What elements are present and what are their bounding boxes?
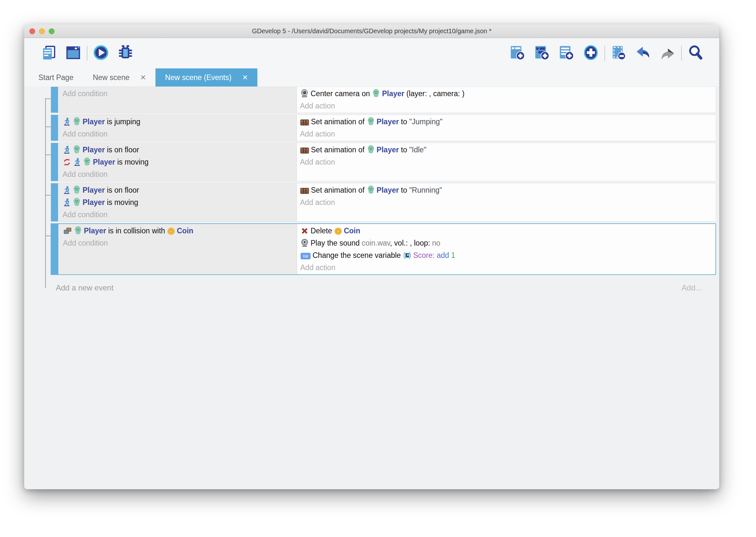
project-manager-button[interactable]	[40, 44, 58, 62]
add-event-icon	[509, 44, 526, 62]
condition-line[interactable]: Player is moving	[62, 156, 293, 168]
player-icon	[73, 197, 81, 207]
event-row[interactable]: Player is jumpingAdd conditionSet animat…	[51, 114, 716, 141]
search-button[interactable]	[686, 44, 704, 62]
add-new-event-button[interactable]: Add a new event	[56, 283, 114, 292]
redo-icon	[659, 44, 676, 62]
add-action-button[interactable]: Add action	[300, 100, 712, 112]
event-selection-bar	[51, 224, 58, 274]
condition-line-text: Player	[83, 198, 105, 207]
action-line[interactable]: Set animation of Player to "Idle"	[300, 144, 712, 156]
action-line-text: Set animation of	[311, 186, 367, 194]
event-actions[interactable]: Set animation of Player to "Running"Add …	[297, 183, 716, 222]
event-selection-bar	[51, 87, 58, 113]
tab-new-scene-events[interactable]: New scene (Events) ×	[155, 68, 257, 87]
action-line[interactable]: VarChange the scene variable Score: add …	[300, 249, 712, 262]
condition-line-text: is on floor	[105, 186, 139, 194]
action-line[interactable]: Set animation of Player to "Running"	[300, 184, 712, 196]
add-button[interactable]: Add...	[682, 283, 702, 292]
action-line-text: Play the sound	[311, 239, 362, 247]
tab-start-page[interactable]: Start Page	[29, 68, 83, 87]
debug-icon	[117, 44, 134, 62]
action-line-text: 1	[451, 251, 455, 260]
event-conditions[interactable]: Add condition	[58, 87, 297, 113]
add-action-button[interactable]: Add action	[300, 262, 712, 274]
search-icon	[687, 44, 704, 62]
platformer-icon	[63, 185, 71, 194]
event-row[interactable]: Player is in collision with oCoinAdd con…	[51, 223, 716, 275]
add-comment-button[interactable]	[557, 44, 575, 62]
coin-icon: o	[168, 227, 175, 235]
player-icon	[367, 185, 375, 194]
event-actions[interactable]: Set animation of Player to "Idle"Add act…	[297, 143, 716, 181]
action-line-text: Player	[382, 89, 404, 98]
action-line[interactable]: Delete oCoin	[300, 225, 712, 237]
debug-button[interactable]	[116, 44, 134, 62]
action-line-text: Player	[377, 186, 399, 194]
close-tab-icon[interactable]: ×	[140, 73, 145, 82]
variable-accessor-icon	[403, 251, 411, 260]
add-action-button[interactable]: Add action	[300, 128, 712, 140]
action-line[interactable]: Play the sound coin.wav, vol.: , loop: n…	[300, 237, 712, 249]
project-manager-icon	[40, 44, 57, 62]
condition-line[interactable]: Player is on floor	[62, 144, 293, 156]
coin-icon: o	[334, 227, 342, 235]
add-condition-button[interactable]: Add condition	[62, 128, 293, 140]
events-sheet[interactable]: Add conditionCenter camera on Player (la…	[24, 87, 719, 489]
add-condition-button[interactable]: Add condition	[62, 208, 293, 221]
platformer-icon	[63, 117, 71, 126]
close-window-button[interactable]	[29, 28, 35, 34]
add-new-button[interactable]	[582, 44, 600, 62]
event-conditions[interactable]: Player is in collision with oCoinAdd con…	[58, 224, 297, 274]
condition-line[interactable]: Player is jumping	[62, 115, 293, 128]
event-conditions[interactable]: Player is on floorPlayer is movingAdd co…	[58, 143, 297, 181]
svg-text:o: o	[170, 229, 172, 233]
action-line[interactable]: Set animation of Player to "Jumping"	[300, 115, 712, 128]
event-row[interactable]: Player is on floorPlayer is movingAdd co…	[51, 143, 716, 181]
close-tab-icon[interactable]: ×	[243, 73, 248, 82]
play-button[interactable]	[92, 44, 110, 62]
undo-button[interactable]	[634, 44, 652, 62]
add-condition-button[interactable]: Add condition	[62, 168, 293, 181]
player-icon	[367, 145, 375, 154]
event-actions[interactable]: Delete oCoinPlay the sound coin.wav, vol…	[297, 224, 715, 274]
action-line-text: Player	[377, 117, 399, 126]
action-line-text: "Jumping"	[409, 117, 442, 126]
add-condition-button[interactable]: Add condition	[63, 237, 293, 249]
redo-button[interactable]	[659, 44, 677, 62]
add-condition-button[interactable]: Add condition	[62, 87, 293, 100]
event-row[interactable]: Player is on floorPlayer is movingAdd co…	[51, 183, 716, 222]
condition-line[interactable]: Player is in collision with oCoin	[63, 225, 293, 237]
condition-line-text: is moving	[105, 198, 138, 207]
tab-new-scene[interactable]: New scene ×	[83, 68, 155, 87]
add-action-button[interactable]: Add action	[300, 196, 712, 208]
player-icon	[83, 157, 91, 166]
action-line-text: Change the scene variable	[313, 251, 403, 260]
add-comment-icon	[558, 44, 575, 62]
event-actions[interactable]: Set animation of Player to "Jumping"Add …	[297, 115, 716, 141]
animation-icon	[300, 187, 309, 194]
condition-line[interactable]: Player is on floor	[62, 184, 293, 196]
minimize-window-button[interactable]	[39, 28, 45, 34]
action-line-text: Coin	[344, 227, 360, 235]
scene-editor-button[interactable]	[64, 44, 82, 62]
add-subevent-button[interactable]	[533, 44, 551, 62]
condition-line-text: Player	[93, 158, 115, 166]
event-conditions[interactable]: Player is jumpingAdd condition	[58, 115, 297, 141]
play-icon	[93, 44, 109, 62]
action-line-text: coin.wav	[362, 239, 390, 247]
animation-icon	[300, 147, 309, 154]
action-line[interactable]: Center camera on Player (layer: , camera…	[300, 87, 712, 100]
condition-line-text: is on floor	[105, 145, 139, 154]
zoom-window-button[interactable]	[49, 28, 55, 34]
action-line-text: to	[399, 117, 409, 126]
add-event-button[interactable]	[508, 44, 526, 62]
remove-event-button[interactable]	[610, 44, 628, 62]
condition-line[interactable]: Player is moving	[62, 196, 293, 208]
action-line-text: Center camera on	[311, 89, 372, 98]
event-actions[interactable]: Center camera on Player (layer: , camera…	[297, 87, 716, 113]
gdevelop-window: GDevelop 5 - /Users/david/Documents/GDev…	[24, 24, 719, 489]
event-row[interactable]: Add conditionCenter camera on Player (la…	[51, 87, 716, 113]
add-action-button[interactable]: Add action	[300, 156, 712, 168]
event-conditions[interactable]: Player is on floorPlayer is movingAdd co…	[58, 183, 297, 222]
